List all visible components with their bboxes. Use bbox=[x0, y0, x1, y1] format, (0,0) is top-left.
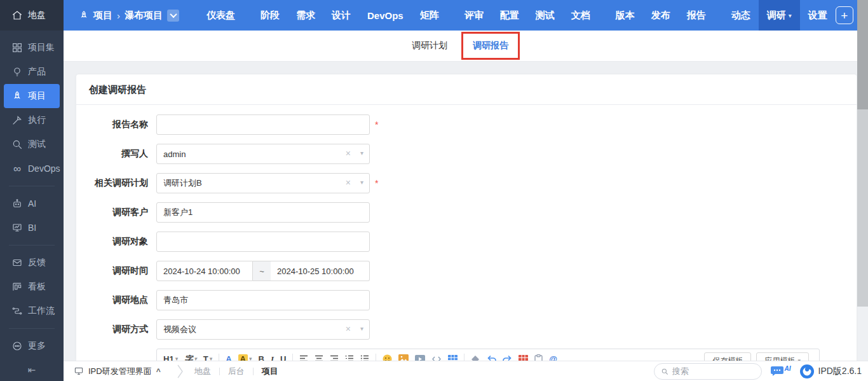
italic-tool[interactable]: I bbox=[271, 355, 274, 361]
breadcrumb-project-name[interactable]: 瀑布项目 bbox=[125, 10, 163, 22]
tab-research-plan[interactable]: 调研计划 bbox=[412, 40, 447, 52]
sidebar-item-label: BI bbox=[28, 223, 36, 233]
caret-down-icon: ▾ bbox=[175, 356, 179, 361]
author-select[interactable] bbox=[156, 144, 370, 164]
bottom-crumb-admin[interactable]: 后台 bbox=[228, 366, 245, 377]
redo-icon[interactable] bbox=[503, 355, 512, 361]
sidebar-item-devops[interactable]: ∞ DevOps bbox=[0, 156, 64, 181]
save-template-button[interactable]: 保存模板 bbox=[704, 352, 751, 361]
sidebar-item-ai[interactable]: AI bbox=[0, 191, 64, 216]
nav-item-settings[interactable]: 设置 bbox=[800, 10, 836, 22]
sidebar-item-product[interactable]: 产品 bbox=[0, 60, 64, 84]
caret-down-icon: ▾ bbox=[210, 356, 213, 361]
undo-icon[interactable] bbox=[487, 355, 496, 361]
sidebar-item-feedback[interactable]: 反馈 bbox=[0, 251, 64, 275]
clear-icon[interactable]: × bbox=[346, 178, 351, 187]
time-start-input[interactable] bbox=[156, 261, 253, 281]
magnifier-icon bbox=[11, 139, 23, 150]
align-center-icon[interactable] bbox=[315, 355, 323, 361]
font-color-tool[interactable]: A bbox=[226, 355, 231, 361]
nav-item-matrix[interactable]: 矩阵 bbox=[412, 10, 447, 22]
nav-item-release[interactable]: 发布 bbox=[643, 10, 679, 22]
required-marker: * bbox=[375, 120, 378, 130]
grid-icon bbox=[11, 42, 23, 53]
related-plan-select[interactable] bbox=[156, 173, 370, 193]
time-end-input[interactable] bbox=[271, 261, 370, 281]
breadcrumb-section[interactable]: 项目 bbox=[93, 10, 112, 22]
crumb-divider bbox=[219, 368, 220, 375]
ai-assistant-button[interactable]: AI bbox=[770, 366, 791, 377]
sidebar-item-workflow[interactable]: 工作流 bbox=[0, 299, 64, 323]
create-button[interactable]: + bbox=[836, 6, 853, 24]
nav-item-activity[interactable]: 动态 bbox=[723, 10, 759, 22]
rocket-icon bbox=[11, 90, 23, 102]
align-right-icon[interactable] bbox=[330, 355, 339, 361]
page-scrollbar-thumb[interactable] bbox=[857, 0, 868, 109]
sidebar-item-test[interactable]: 测试 bbox=[0, 132, 64, 156]
font-family-tool[interactable]: 字▾ bbox=[184, 355, 197, 361]
sidebar-item-bi[interactable]: BI bbox=[0, 216, 64, 240]
image-icon[interactable] bbox=[398, 354, 409, 361]
sidebar-item-program[interactable]: 项目集 bbox=[0, 36, 64, 60]
nav-item-report[interactable]: 报告 bbox=[679, 10, 714, 22]
form-row: 调研时间 ~ bbox=[76, 261, 857, 281]
target-input[interactable] bbox=[156, 232, 370, 252]
sidebar-item-more[interactable]: 更多 bbox=[0, 334, 64, 358]
apply-template-button[interactable]: 应用模板▾ bbox=[756, 352, 809, 361]
clear-icon[interactable]: × bbox=[346, 324, 351, 333]
nav-item-stage[interactable]: 阶段 bbox=[252, 10, 288, 22]
sidebar-collapse-icon[interactable]: ⇤ bbox=[0, 364, 64, 376]
delete-table-icon[interactable] bbox=[519, 355, 528, 361]
report-name-input[interactable] bbox=[156, 114, 370, 135]
sidebar-item-kanban[interactable]: 看板 bbox=[0, 275, 64, 299]
nav-item-requirements[interactable]: 需求 bbox=[288, 10, 323, 22]
location-input[interactable] bbox=[156, 290, 370, 310]
nav-item-design[interactable]: 设计 bbox=[323, 10, 359, 22]
search-input[interactable] bbox=[672, 366, 755, 376]
nav-item-docs[interactable]: 文档 bbox=[563, 10, 599, 22]
nav-item-config[interactable]: 配置 bbox=[492, 10, 527, 22]
home-icon bbox=[11, 10, 23, 21]
crumb-divider bbox=[253, 368, 254, 375]
clear-icon[interactable]: × bbox=[346, 149, 351, 158]
caret-down-icon[interactable]: ▾ bbox=[360, 326, 363, 332]
underline-tool[interactable]: U bbox=[280, 355, 286, 361]
sidebar-item-project[interactable]: 项目 bbox=[4, 84, 60, 108]
nav-item-test[interactable]: 测试 bbox=[527, 10, 563, 22]
bold-tool[interactable]: B bbox=[258, 355, 264, 361]
video-icon[interactable] bbox=[415, 355, 425, 361]
emoji-icon[interactable] bbox=[383, 354, 392, 361]
bottom-crumb-home[interactable]: 地盘 bbox=[194, 366, 211, 377]
font-size-tool[interactable]: T▾ bbox=[203, 355, 212, 361]
ordered-list-icon[interactable] bbox=[345, 355, 354, 361]
align-left-icon[interactable] bbox=[299, 355, 308, 361]
nav-item-dashboard[interactable]: 仪表盘 bbox=[198, 10, 243, 22]
nav-item-review[interactable]: 评审 bbox=[456, 10, 492, 22]
unordered-list-icon[interactable] bbox=[360, 355, 369, 361]
apply-template-label: 应用模板 bbox=[764, 356, 795, 361]
mention-icon[interactable]: @ bbox=[549, 355, 557, 361]
method-select[interactable] bbox=[156, 319, 370, 340]
nav-item-devops[interactable]: DevOps bbox=[359, 10, 412, 21]
field-label: 调研时间 bbox=[76, 265, 148, 277]
heading-tool[interactable]: H1▾ bbox=[163, 355, 178, 361]
app-switcher[interactable]: IPD研发管理界面 ^ bbox=[74, 366, 161, 377]
nav-item-research[interactable]: 调研 ▾ bbox=[759, 0, 800, 31]
sidebar-item-label: AI bbox=[28, 198, 36, 209]
paste-icon[interactable] bbox=[534, 354, 543, 361]
caret-down-icon[interactable]: ▾ bbox=[360, 179, 363, 186]
sidebar-item-home-base[interactable]: 地盘 bbox=[0, 0, 64, 31]
caret-down-icon[interactable]: ▾ bbox=[360, 150, 363, 156]
highlight-tool[interactable]: A▾ bbox=[238, 354, 252, 361]
project-switcher-button[interactable] bbox=[167, 10, 179, 22]
code-icon[interactable] bbox=[431, 355, 442, 361]
eraser-icon[interactable] bbox=[471, 355, 480, 361]
nav-item-version[interactable]: 版本 bbox=[607, 10, 643, 22]
app-title: IPD研发管理界面 bbox=[88, 366, 152, 377]
sidebar-item-execution[interactable]: 执行 bbox=[0, 108, 64, 132]
tab-research-report[interactable]: 调研报告 bbox=[473, 40, 508, 52]
customer-input[interactable] bbox=[156, 202, 370, 223]
bottom-crumb-project[interactable]: 项目 bbox=[262, 366, 278, 377]
table-icon[interactable] bbox=[448, 355, 458, 361]
feedback-icon bbox=[11, 257, 23, 268]
